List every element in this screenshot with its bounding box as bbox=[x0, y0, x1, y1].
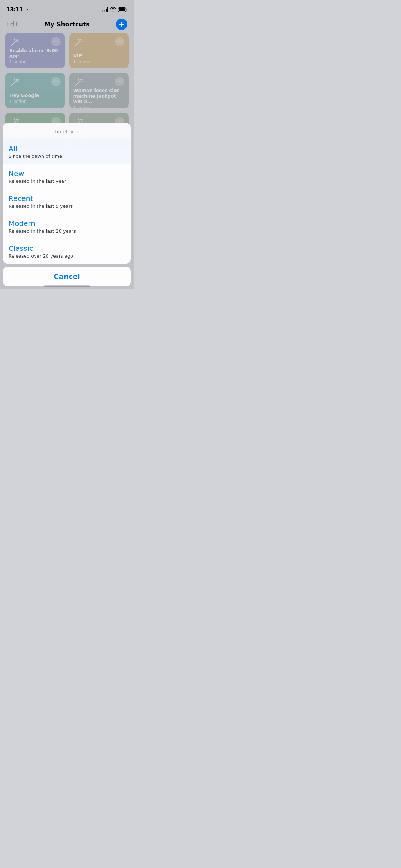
timeframe-sheet: Timeframe All Since the dawn of time New… bbox=[3, 123, 131, 264]
option-desc-recent: Released in the last 5 years bbox=[9, 203, 125, 209]
option-desc-new: Released in the last year bbox=[9, 179, 125, 184]
option-desc-classic: Released over 20 years ago bbox=[9, 253, 125, 259]
option-label-modern: Modern bbox=[9, 219, 125, 228]
option-desc-modern: Released in the last 20 years bbox=[9, 228, 125, 234]
option-desc-all: Since the dawn of time bbox=[9, 154, 125, 159]
timeframe-option-new[interactable]: New Released in the last year bbox=[3, 164, 131, 189]
cancel-label: Cancel bbox=[53, 272, 80, 281]
action-sheet-container: Timeframe All Since the dawn of time New… bbox=[0, 123, 134, 289]
option-label-all: All bbox=[9, 144, 125, 153]
timeframe-option-recent[interactable]: Recent Released in the last 5 years bbox=[3, 189, 131, 214]
option-label-new: New bbox=[9, 169, 125, 178]
timeframe-option-all[interactable]: All Since the dawn of time bbox=[3, 139, 131, 164]
cancel-sheet[interactable]: Cancel bbox=[3, 267, 131, 286]
sheet-header: Timeframe bbox=[3, 123, 131, 139]
sheet-header-title: Timeframe bbox=[54, 129, 79, 134]
timeframe-option-classic[interactable]: Classic Released over 20 years ago bbox=[3, 239, 131, 264]
option-label-recent: Recent bbox=[9, 194, 125, 203]
timeframe-option-modern[interactable]: Modern Released in the last 20 years bbox=[3, 214, 131, 239]
option-label-classic: Classic bbox=[9, 244, 125, 253]
home-indicator bbox=[44, 285, 90, 287]
